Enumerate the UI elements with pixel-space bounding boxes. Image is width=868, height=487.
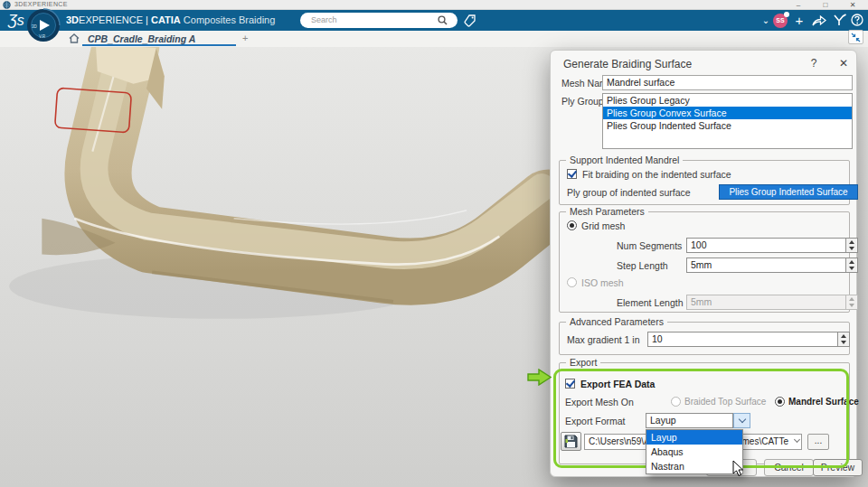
collapse-viewport-button[interactable] [848, 30, 863, 44]
app-title: 3DEXPERIENCE | CATIA Composites Braiding [66, 14, 275, 25]
brand-experience: EXPERIENCE [79, 14, 143, 25]
new-tab-button[interactable]: + [242, 33, 248, 43]
cancel-button[interactable]: Cancel [764, 459, 814, 476]
element-length-value: 5mm [686, 295, 846, 310]
compass-icon[interactable]: 3D V.R [26, 8, 61, 42]
ply-groups-listbox[interactable]: Plies Group Legacy Plies Group Convex Su… [602, 93, 853, 149]
spin-down-icon[interactable] [849, 267, 854, 270]
collapse-arrows-icon [851, 33, 861, 42]
dialog-title: Generate Braiding Surface [563, 58, 692, 70]
ply-indented-label: Ply group of indented surface [567, 187, 691, 198]
minimize-icon[interactable]: – [792, 0, 805, 10]
share-icon[interactable] [812, 14, 826, 26]
max-gradient-label: Max gradient 1 in [567, 334, 640, 345]
preview-button[interactable]: Preview [813, 459, 863, 476]
spinner-buttons[interactable] [846, 258, 858, 273]
spin-down-icon [849, 304, 854, 307]
tag-icon[interactable] [463, 14, 477, 28]
chevron-down-icon[interactable]: ⌄ [760, 10, 772, 31]
dialog-help-button[interactable]: ? [807, 57, 821, 70]
num-segments-stepper[interactable]: 100 [686, 238, 858, 253]
avatar[interactable]: SS [772, 10, 788, 31]
element-length-label: Element Length [617, 297, 684, 308]
spinner-buttons[interactable] [846, 238, 858, 253]
search-bar[interactable] [300, 13, 458, 28]
export-fea-checkbox[interactable] [565, 379, 575, 389]
iso-mesh-radio[interactable] [567, 277, 577, 287]
svg-text:V.R: V.R [39, 34, 46, 39]
advanced-parameters-group: Advanced Parameters Max gradient 1 in 10 [559, 322, 850, 355]
svg-text:3D: 3D [32, 24, 38, 29]
export-format-combobox[interactable]: Layup [646, 413, 733, 428]
element-length-stepper: 5mm [686, 295, 858, 310]
brand-separator: | [146, 14, 148, 25]
step-length-stepper[interactable]: 5mm [686, 258, 858, 273]
spin-down-icon[interactable] [841, 341, 846, 344]
browse-button[interactable]: ... [807, 434, 829, 450]
export-fea-label: Export FEA Data [580, 379, 655, 389]
mesh-name-input[interactable]: Mandrel surface [602, 75, 853, 90]
group-legend: Mesh Parameters [566, 206, 648, 217]
mouse-cursor [732, 460, 744, 477]
grid-mesh-label: Grid mesh [581, 220, 625, 231]
export-mesh-on-label: Export Mesh On [565, 397, 634, 407]
red-selection-marker [52, 85, 138, 139]
close-window-icon[interactable]: ✕ [846, 0, 859, 10]
dropdown-option[interactable]: Nastran [646, 459, 742, 473]
fit-braiding-checkbox[interactable] [567, 169, 577, 179]
add-icon[interactable]: + [792, 10, 807, 31]
group-legend: Advanced Parameters [566, 316, 667, 327]
search-input[interactable] [309, 14, 427, 26]
save-file-button[interactable] [561, 432, 581, 451]
ply-indented-value[interactable]: Plies Group Indented Surface [719, 184, 858, 200]
list-item[interactable]: Plies Group Legacy [603, 94, 852, 107]
export-format-dropdown-list[interactable]: Layup Abaqus Nastran [646, 429, 743, 474]
avatar-initials: SS [776, 17, 784, 23]
3dswym-icon[interactable] [833, 14, 846, 27]
status-dot [784, 12, 789, 17]
max-gradient-stepper[interactable]: 10 [647, 332, 850, 347]
app-catia: CATIA [151, 14, 181, 25]
globe-icon [3, 1, 11, 9]
braided-top-surface-radio[interactable] [671, 397, 681, 407]
braided-top-surface-label: Braided Top Surface [684, 397, 766, 407]
spinner-buttons[interactable] [838, 332, 850, 347]
spin-up-icon[interactable] [849, 260, 854, 264]
tab-active-underline [82, 44, 236, 46]
spin-down-icon[interactable] [849, 247, 854, 250]
dropdown-option[interactable]: Abaqus [646, 445, 742, 459]
spinner-buttons [846, 295, 858, 310]
tab-bar: CPB_Cradle_Braiding A + [0, 31, 868, 47]
search-icon[interactable] [438, 15, 448, 25]
group-legend: Support Indented Mandrel [566, 155, 683, 165]
max-gradient-value[interactable]: 10 [647, 332, 838, 347]
step-length-label: Step Length [617, 260, 668, 271]
svg-text:Ʒs: Ʒs [7, 13, 24, 28]
spin-up-icon[interactable] [849, 240, 854, 244]
step-length-value[interactable]: 5mm [686, 258, 846, 273]
export-format-label: Export Format [565, 416, 626, 426]
fit-braiding-label: Fit braiding on the indented surface [582, 169, 731, 180]
export-format-dropdown-button[interactable] [733, 413, 750, 428]
chevron-down-icon [738, 416, 745, 423]
maximize-icon[interactable]: □ [819, 0, 832, 10]
tab-active[interactable]: CPB_Cradle_Braiding A [88, 33, 195, 44]
list-item-selected[interactable]: Plies Group Convex Surface [603, 107, 852, 119]
spin-up-icon[interactable] [841, 334, 846, 338]
num-segments-label: Num Segments [617, 240, 682, 251]
dropdown-option-selected[interactable]: Layup [646, 430, 742, 445]
generate-braiding-surface-dialog: Generate Braiding Surface ? ✕ Mesh Name … [550, 50, 857, 477]
floppy-disk-icon [564, 435, 578, 448]
mesh-parameters-group: Mesh Parameters Grid mesh Num Segments 1… [559, 211, 850, 313]
num-segments-value[interactable]: 100 [686, 238, 846, 253]
os-title-bar: 3DEXPERIENCE – □ ✕ [0, 0, 868, 10]
help-icon[interactable] [851, 14, 863, 26]
mandrel-surface-radio[interactable] [775, 397, 785, 407]
export-path-end: emes\CATTe [737, 435, 788, 449]
group-legend: Export [566, 357, 600, 368]
grid-mesh-radio[interactable] [567, 220, 577, 230]
list-item[interactable]: Plies Group Indented Surface [603, 119, 852, 132]
os-app-title: 3DEXPERIENCE [14, 1, 68, 7]
home-icon[interactable] [69, 33, 80, 43]
dialog-close-button[interactable]: ✕ [836, 57, 851, 70]
